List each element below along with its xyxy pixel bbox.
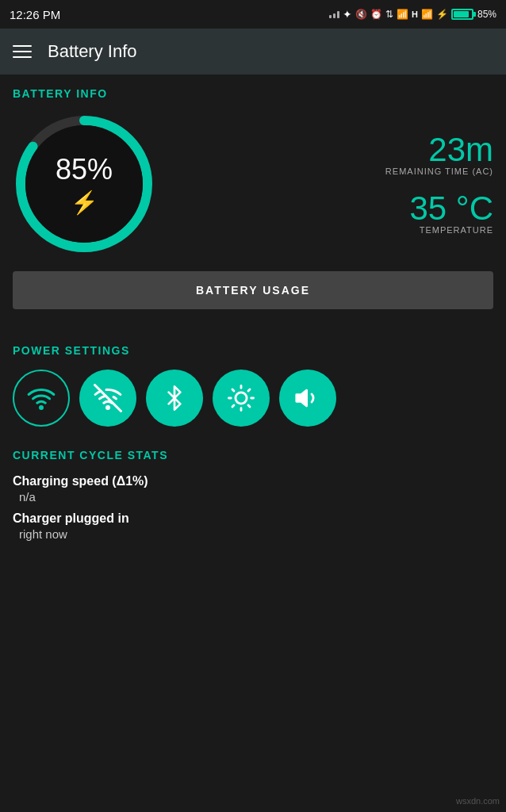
remaining-time-value: 23m: [179, 133, 493, 167]
battery-display: 85% ⚡ 23m REMAINING TIME (AC) 35 °C TEMP…: [13, 113, 493, 255]
wifi-outline-button[interactable]: [13, 370, 70, 427]
sync-icon: ⇅: [385, 9, 393, 20]
svg-point-4: [107, 407, 109, 409]
mute-icon: 🔇: [355, 9, 367, 20]
alarm-icon: ⏰: [370, 9, 382, 20]
svg-line-8: [232, 389, 234, 391]
battery-info-section: BATTERY INFO 85% ⚡ 23m REMAINING TIME (A…: [13, 87, 493, 328]
menu-button[interactable]: [13, 45, 32, 58]
battery-status-icon: 85%: [451, 9, 496, 20]
status-bar: 12:26 PM ✦ 🔇 ⏰ ⇅ 📶 H 📶 ⚡ 85%: [0, 0, 506, 29]
signal-dots-icon: [329, 11, 339, 18]
volume-icon: [294, 385, 321, 412]
volume-button[interactable]: [279, 370, 336, 427]
network-type-icon: H: [412, 10, 418, 19]
battery-stats: 23m REMAINING TIME (AC) 35 °C TEMPERATUR…: [179, 133, 493, 235]
charger-plugged-row: Charger plugged in right now: [13, 511, 493, 541]
svg-line-9: [248, 405, 250, 407]
wifi-off-icon: [94, 384, 122, 412]
signal-icon-1: 📶: [397, 9, 408, 20]
battery-usage-button[interactable]: BATTERY USAGE: [13, 271, 493, 309]
lightning-icon: ⚡: [71, 190, 98, 216]
charging-speed-label: Charging speed (Δ1%): [13, 474, 493, 488]
charger-plugged-label: Charger plugged in: [13, 511, 493, 526]
battery-percentage: 85%: [56, 153, 113, 186]
battery-info-header: BATTERY INFO: [13, 87, 493, 100]
brightness-button[interactable]: [213, 370, 270, 427]
signal-icon-2: 📶: [421, 9, 433, 20]
battery-percent-label: 85%: [477, 9, 496, 20]
bluetooth-button[interactable]: [146, 370, 203, 427]
battery-circle: 85% ⚡: [13, 113, 155, 255]
svg-line-12: [232, 405, 234, 407]
bluetooth-status-icon: ✦: [343, 8, 352, 21]
power-settings-header: POWER SETTINGS: [13, 344, 493, 357]
temperature-value: 35 °C: [179, 192, 493, 225]
main-content: BATTERY INFO 85% ⚡ 23m REMAINING TIME (A…: [0, 75, 506, 569]
svg-marker-14: [297, 390, 307, 406]
temperature-label: TEMPERATURE: [179, 225, 493, 235]
app-title: Battery Info: [48, 41, 137, 62]
wifi-off-button[interactable]: [79, 370, 136, 427]
cycle-stats-header: CURRENT CYCLE STATS: [13, 449, 493, 462]
brightness-icon: [228, 385, 255, 412]
power-settings-section: POWER SETTINGS: [13, 344, 493, 427]
charging-status-icon: ⚡: [436, 9, 448, 20]
app-bar: Battery Info: [0, 29, 506, 75]
wifi-outline-icon: [27, 384, 56, 412]
svg-line-13: [248, 389, 250, 391]
bluetooth-button-icon: [162, 385, 187, 411]
cycle-stats-section: CURRENT CYCLE STATS Charging speed (Δ1%)…: [13, 449, 493, 541]
charging-speed-value: n/a: [13, 490, 493, 504]
watermark: wsxdn.com: [456, 796, 500, 806]
status-icons: ✦ 🔇 ⏰ ⇅ 📶 H 📶 ⚡ 85%: [329, 8, 496, 21]
circle-inner: 85% ⚡: [25, 125, 143, 243]
status-time: 12:26 PM: [10, 8, 60, 21]
remaining-time-label: REMAINING TIME (AC): [179, 167, 493, 176]
charger-plugged-value: right now: [13, 527, 493, 541]
charging-speed-row: Charging speed (Δ1%) n/a: [13, 474, 493, 504]
svg-point-2: [40, 407, 43, 409]
power-icons-row: [13, 370, 493, 427]
svg-point-5: [236, 393, 247, 404]
